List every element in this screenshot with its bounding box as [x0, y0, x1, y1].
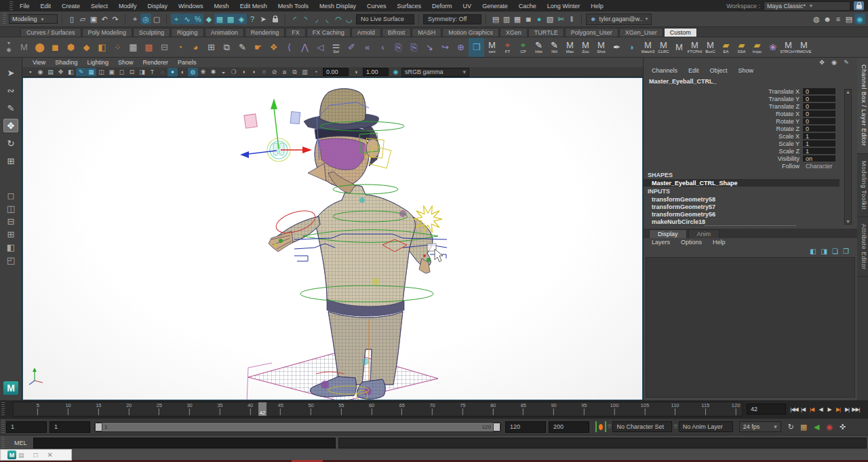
panel-menu-item[interactable]: View	[28, 59, 50, 66]
exposure-icon[interactable]: ◔	[311, 68, 321, 77]
close-button[interactable]: ✕	[47, 451, 53, 459]
timeline-tick[interactable]: 40	[248, 402, 253, 416]
select-by-object-icon[interactable]: ◎	[140, 14, 151, 24]
panel-splitter[interactable]	[705, 225, 796, 226]
panel-menu-item[interactable]: Shading	[50, 59, 82, 66]
texture-box-icon[interactable]: ▩	[141, 38, 157, 57]
script-hist-icon[interactable]: ✎ Hist	[531, 38, 547, 57]
edit-curve-icon[interactable]: ✐	[344, 38, 359, 57]
input-node-row[interactable]: transformGeometry58	[644, 195, 840, 203]
flower-icon[interactable]: ❀	[765, 38, 781, 57]
shelf-tab[interactable]: Rigging	[171, 28, 204, 37]
tool-settings-icon[interactable]: ≡	[833, 14, 844, 24]
panel-menu-item[interactable]: Show	[113, 59, 138, 66]
anim-layer-dropdown[interactable]: No Anim Layer	[679, 421, 733, 432]
gate-mask-icon[interactable]: ◻	[117, 68, 127, 77]
grease-pencil-icon[interactable]: ✎	[76, 68, 86, 77]
paint-selection-tool[interactable]: ✎	[3, 101, 18, 115]
input-node-row[interactable]: transformGeometry56	[644, 210, 840, 218]
step-forward-frame-button[interactable]: ▶|	[843, 404, 851, 415]
curve-tool-icon[interactable]: ◡	[344, 14, 355, 24]
side-tab[interactable]: Channel Box / Layer Editor	[857, 58, 868, 154]
channel-value-field[interactable]: 0	[803, 96, 835, 102]
xray-joints-icon[interactable]: ⧉	[290, 68, 300, 77]
wireframe-mode-icon[interactable]: ◌	[157, 68, 167, 77]
script-shot-icon[interactable]: M Shot	[593, 38, 609, 57]
film-gate-icon[interactable]: ◫	[96, 68, 106, 77]
paste-page-icon[interactable]: ⎘	[406, 38, 422, 57]
side-tab[interactable]: Modeling Toolkit	[857, 154, 868, 217]
save-scene-icon[interactable]: ▣	[88, 14, 99, 24]
snap-projected-center-icon[interactable]: ◆	[203, 14, 214, 24]
channel-box-menu[interactable]: Channels	[648, 67, 682, 74]
timeline-tick[interactable]: 100	[610, 402, 619, 416]
maya-taskbar-icon[interactable]: M	[7, 450, 16, 459]
render-frame-icon[interactable]: ▧	[545, 14, 555, 24]
script-boxc-icon[interactable]: M BoxC	[703, 38, 718, 57]
xray-icon[interactable]: ⧈	[279, 68, 290, 77]
highlight-selection-icon[interactable]: ◍	[811, 14, 822, 24]
menu-item[interactable]: File	[14, 3, 35, 9]
timeline-tick[interactable]: 15	[96, 402, 101, 416]
gamma-field[interactable]: 1.00	[363, 68, 389, 76]
live-surface-field[interactable]: No Live Surface	[356, 14, 414, 24]
torus-icon[interactable]: ◧	[94, 38, 110, 57]
timeline-tick[interactable]: 75	[460, 402, 465, 416]
timeline-tick[interactable]: 30	[186, 402, 192, 416]
timeline-tick[interactable]: 65	[399, 402, 405, 416]
panel-menu-item[interactable]: Panels	[173, 59, 201, 66]
channel-value-field[interactable]: 0	[803, 126, 835, 132]
shelf-tab[interactable]: MASH	[412, 28, 441, 37]
timeline-tick[interactable]: 25	[157, 402, 162, 416]
snap-to-point-icon[interactable]: %	[193, 14, 203, 24]
timeline-tick[interactable]: 80	[490, 402, 496, 416]
move-layer-down-icon[interactable]: ◨	[821, 248, 827, 255]
default-lighting-icon[interactable]: ◖	[239, 68, 249, 77]
playback-start-field[interactable]: 1	[50, 421, 90, 433]
mirror-icon[interactable]: ◁	[313, 38, 328, 57]
new-scene-icon[interactable]: ▯	[66, 14, 77, 24]
menu-item[interactable]: Surfaces	[392, 3, 427, 9]
view-transform-dropdown[interactable]: sRGB gamma	[401, 68, 469, 77]
timeline-tick[interactable]: 110	[671, 402, 679, 416]
camera-attributes-icon[interactable]: ▪	[25, 68, 35, 77]
panel-menu-item[interactable]: Renderer	[138, 59, 173, 66]
launch-render-icon[interactable]: ✄	[555, 14, 566, 24]
menu-item[interactable]: Help	[585, 3, 609, 9]
panel-menu-item[interactable]: Lighting	[82, 59, 113, 66]
redirect-icon[interactable]: ↪	[437, 38, 453, 57]
camera-lock-icon[interactable]: ◧	[66, 68, 76, 77]
menu-item[interactable]: Display	[142, 3, 174, 9]
script-ft-icon[interactable]: ⌖ FT	[500, 38, 515, 57]
script-nh-icon[interactable]: ✎ NH	[547, 38, 562, 57]
range-end-handle[interactable]	[493, 423, 500, 431]
channel-value-field[interactable]: 1	[803, 140, 835, 147]
open-scene-icon[interactable]: ▱	[77, 14, 88, 24]
snap-to-grid-icon[interactable]: +	[171, 14, 182, 24]
select-by-hierarchy-icon[interactable]: ⌖	[130, 14, 140, 24]
timeline-tick[interactable]: 5	[37, 402, 39, 416]
channel-value-field[interactable]: on	[803, 155, 835, 161]
script-vert-icon[interactable]: M vert	[484, 38, 500, 57]
grid-split-icon[interactable]: ⊞	[203, 38, 219, 57]
shelf-tab[interactable]: Bifrost	[382, 28, 412, 37]
side-tab[interactable]: Attribute Editor	[857, 217, 868, 277]
multi-object-icon[interactable]: ⁘	[110, 38, 125, 57]
command-input[interactable]	[33, 438, 336, 448]
statusline-grip[interactable]	[3, 13, 6, 25]
timeline-ruler[interactable]: 42 5101520253035404550556065707580859095…	[13, 402, 743, 417]
range-slider-track[interactable]: 1 120	[94, 422, 501, 432]
selected-object-name[interactable]: Master_Eyeball_CTRL_	[649, 78, 717, 85]
duplicate-face-icon[interactable]: ⧉	[219, 38, 235, 57]
crease-icon[interactable]: ⋀	[297, 38, 313, 57]
selection-mask-icon[interactable]: ➤	[258, 14, 269, 24]
shelf-tab[interactable]: Motion Graphics	[442, 28, 499, 37]
snap-view-plane-icon[interactable]: ▦	[214, 14, 225, 24]
channel-scrollbar[interactable]: ▲▼	[844, 89, 852, 225]
combine-icon[interactable]: ❖	[266, 38, 281, 57]
bookmarks-icon[interactable]: ◉	[35, 68, 45, 77]
menu-item[interactable]: Mesh	[209, 3, 235, 9]
layout-single-pane[interactable]: ◻	[4, 191, 18, 201]
script-match3-icon[interactable]: M Match3	[640, 38, 656, 57]
maximize-button[interactable]: □	[34, 451, 38, 459]
